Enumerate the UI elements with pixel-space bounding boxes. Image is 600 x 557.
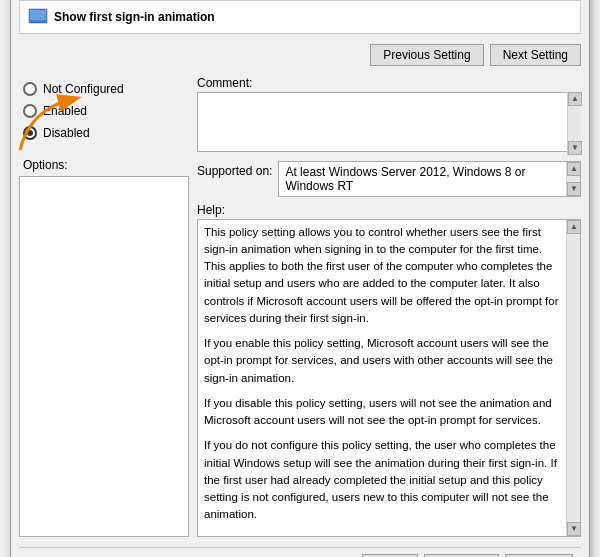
- scroll-up-arrow[interactable]: ▲: [567, 220, 581, 234]
- right-panel: Comment: ▲ ▼ Supported on: At least Wind…: [197, 76, 581, 537]
- help-section: Help: This policy setting allows you to …: [197, 203, 581, 537]
- scroll-up-arrow[interactable]: ▲: [567, 162, 581, 176]
- svg-rect-4: [30, 10, 46, 20]
- scroll-down-arrow[interactable]: ▼: [567, 182, 581, 196]
- content-area: Show first sign-in animation Previous Se…: [11, 0, 589, 557]
- supported-section: Supported on: At least Windows Server 20…: [197, 161, 581, 197]
- comment-wrapper: ▲ ▼: [197, 92, 581, 155]
- radio-circle-disabled: [23, 126, 37, 140]
- policy-header: Show first sign-in animation: [19, 0, 581, 34]
- supported-box: At least Windows Server 2012, Windows 8 …: [278, 161, 581, 197]
- navigation-row: Previous Setting Next Setting: [19, 40, 581, 70]
- help-para-2: If you enable this policy setting, Micro…: [204, 335, 562, 387]
- previous-setting-button[interactable]: Previous Setting: [370, 44, 483, 66]
- help-text-content: This policy setting allows you to contro…: [204, 224, 562, 524]
- radio-enabled[interactable]: Enabled: [19, 102, 189, 120]
- help-box: This policy setting allows you to contro…: [197, 219, 581, 537]
- scroll-down-arrow[interactable]: ▼: [568, 141, 582, 155]
- comment-section: Comment: ▲ ▼: [197, 76, 581, 155]
- left-panel: Not Configured Enabled Disabled Options:: [19, 76, 189, 537]
- radio-label-not-configured: Not Configured: [43, 82, 124, 96]
- radio-circle-not-configured: [23, 82, 37, 96]
- help-para-4: If you do not configure this policy sett…: [204, 437, 562, 523]
- supported-text: At least Windows Server 2012, Windows 8 …: [285, 165, 525, 193]
- help-para-1: This policy setting allows you to contro…: [204, 224, 562, 328]
- ok-button[interactable]: OK: [362, 554, 417, 558]
- help-para-3: If you disable this policy setting, user…: [204, 395, 562, 430]
- radio-circle-enabled: [23, 104, 37, 118]
- supported-label: Supported on:: [197, 161, 272, 178]
- scroll-down-arrow[interactable]: ▼: [567, 522, 581, 536]
- radio-label-enabled: Enabled: [43, 104, 87, 118]
- bottom-bar: OK Cancel Apply: [19, 547, 581, 558]
- apply-button[interactable]: Apply: [505, 554, 573, 558]
- scroll-up-arrow[interactable]: ▲: [568, 92, 582, 106]
- policy-icon: [28, 7, 48, 27]
- options-box: [19, 176, 189, 537]
- radio-label-disabled: Disabled: [43, 126, 90, 140]
- options-label: Options:: [19, 156, 189, 174]
- radio-group: Not Configured Enabled Disabled: [19, 76, 189, 146]
- next-setting-button[interactable]: Next Setting: [490, 44, 581, 66]
- main-body: Not Configured Enabled Disabled Options:: [19, 76, 581, 537]
- svg-rect-5: [29, 22, 47, 23]
- radio-disabled[interactable]: Disabled: [19, 124, 189, 142]
- cancel-button[interactable]: Cancel: [424, 554, 499, 558]
- comment-label: Comment:: [197, 76, 581, 90]
- help-scrollbar[interactable]: ▲ ▼: [566, 220, 580, 536]
- comment-scrollbar[interactable]: ▲ ▼: [567, 92, 581, 155]
- comment-textarea[interactable]: [197, 92, 581, 152]
- supported-scrollbar[interactable]: ▲ ▼: [566, 162, 580, 196]
- policy-header-text: Show first sign-in animation: [54, 10, 215, 24]
- help-label: Help:: [197, 203, 581, 217]
- main-window: Show first sign-in animation — □ ✕ Show …: [10, 0, 590, 557]
- radio-not-configured[interactable]: Not Configured: [19, 80, 189, 98]
